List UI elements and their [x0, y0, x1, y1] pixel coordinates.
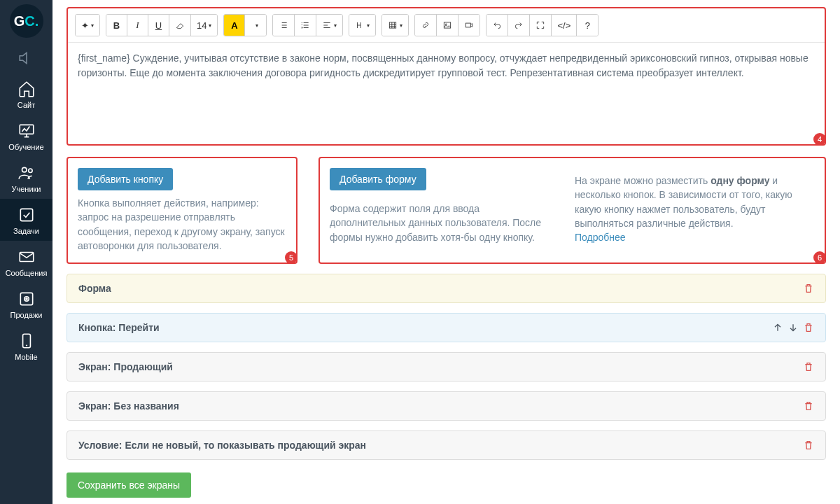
editor-textarea[interactable]: {first_name} Суждение, учитывая отсутств…	[68, 43, 825, 144]
tb-bold[interactable]: B	[106, 15, 127, 36]
svg-point-7	[25, 298, 27, 300]
button-bar[interactable]: Кнопка: Перейти	[66, 313, 826, 342]
svg-point-2	[28, 169, 31, 172]
svg-rect-0	[20, 125, 34, 134]
nav-label: Ученики	[11, 185, 41, 193]
nav-sales[interactable]: Продажи	[0, 283, 52, 325]
tb-align[interactable]: ▾	[316, 15, 342, 36]
tb-italic[interactable]: I	[127, 15, 148, 36]
tb-link[interactable]	[415, 15, 437, 36]
trash-icon[interactable]	[803, 400, 814, 412]
logo[interactable]: GC.	[0, 0, 52, 42]
add-button-panel: Добавить кнопку Кнопка выполняет действи…	[66, 157, 298, 264]
add-button-desc: Кнопка выполняет действия, например: зап…	[78, 196, 286, 253]
save-all-button[interactable]: Сохранить все экраны	[66, 472, 191, 498]
tb-redo[interactable]	[508, 15, 530, 36]
svg-point-6	[24, 297, 29, 302]
add-form-action[interactable]: Добавить форму	[330, 168, 426, 190]
tb-fontcolor[interactable]: A	[224, 15, 245, 36]
tb-magic[interactable]: ✦▾	[76, 15, 99, 36]
marker-6: 6	[813, 251, 826, 264]
svg-rect-10	[444, 22, 451, 28]
check-icon	[18, 206, 36, 224]
tb-underline[interactable]: U	[148, 15, 169, 36]
marker-4: 4	[813, 133, 826, 146]
editor-toolbar: ✦▾ B I U 14▾ A ▾ ▾ ▾ ▾	[68, 8, 825, 43]
svg-rect-4	[20, 253, 34, 262]
tb-video[interactable]	[458, 15, 479, 36]
screen-bar-label: Экран: Продающий	[78, 361, 173, 372]
trash-icon[interactable]	[803, 440, 814, 451]
nav-messages[interactable]: Сообщения	[0, 241, 52, 283]
screen-info: На экране можно разместить одну форму и …	[575, 174, 815, 244]
nav-site[interactable]: Сайт	[0, 73, 52, 115]
add-button-action[interactable]: Добавить кнопку	[78, 168, 173, 190]
tb-help[interactable]: ?	[577, 15, 598, 36]
nav-label: Mobile	[15, 353, 37, 361]
tb-eraser[interactable]	[169, 15, 191, 36]
tb-heading[interactable]: ▾	[349, 15, 375, 36]
home-icon	[18, 80, 36, 98]
chart-icon	[18, 122, 36, 140]
safe-icon	[18, 290, 36, 308]
svg-rect-9	[390, 22, 396, 28]
svg-rect-3	[20, 209, 32, 220]
volume-icon	[18, 49, 36, 67]
users-icon	[18, 164, 36, 182]
add-form-panel: Добавить форму Форма содержит поля для в…	[318, 157, 826, 264]
tb-image[interactable]	[437, 15, 458, 36]
tb-table[interactable]: ▾	[382, 15, 408, 36]
trash-icon[interactable]	[803, 361, 814, 372]
add-form-desc: Форма содержит поля для ввода дополнител…	[330, 202, 554, 244]
nav-label: Сайт	[18, 101, 35, 109]
condition-bar[interactable]: Условие: Если не новый, то показывать пр…	[66, 430, 826, 460]
nav-volume[interactable]	[0, 42, 52, 73]
tb-fontsize[interactable]: 14▾	[191, 15, 217, 36]
arrow-down-icon[interactable]	[788, 322, 799, 333]
screen-bar-2[interactable]: Экран: Без названия	[66, 391, 826, 421]
form-bar[interactable]: Форма	[66, 274, 826, 303]
editor-card: ✦▾ B I U 14▾ A ▾ ▾ ▾ ▾	[66, 7, 826, 146]
nav-label: Продажи	[10, 311, 43, 319]
svg-rect-12	[466, 23, 471, 27]
arrow-up-icon[interactable]	[772, 322, 783, 333]
nav-learning[interactable]: Обучение	[0, 115, 52, 157]
form-bar-label: Форма	[78, 283, 111, 294]
mobile-icon	[18, 332, 36, 350]
tb-ul[interactable]	[273, 15, 295, 36]
svg-point-1	[22, 167, 27, 172]
nav-label: Задачи	[13, 227, 39, 235]
tb-ol[interactable]	[295, 15, 316, 36]
tb-code[interactable]: </>	[552, 15, 577, 36]
button-bar-label: Кнопка: Перейти	[78, 322, 160, 333]
nav-tasks[interactable]: Задачи	[0, 199, 52, 241]
more-link[interactable]: Подробнее	[575, 232, 626, 243]
screen-bar-label: Экран: Без названия	[78, 400, 179, 412]
sidebar: GC. Сайт Обучение Ученики Задачи Сообщен…	[0, 0, 52, 504]
tb-fullscreen[interactable]	[530, 15, 552, 36]
screen-bar-1[interactable]: Экран: Продающий	[66, 352, 826, 382]
marker-5: 5	[285, 251, 298, 264]
mail-icon	[18, 248, 36, 266]
condition-bar-label: Условие: Если не новый, то показывать пр…	[78, 440, 366, 451]
nav-label: Сообщения	[6, 269, 48, 277]
nav-students[interactable]: Ученики	[0, 157, 52, 199]
tb-fontcolor-caret[interactable]: ▾	[245, 15, 266, 36]
nav-label: Обучение	[8, 143, 43, 151]
svg-rect-5	[20, 293, 32, 304]
trash-icon[interactable]	[803, 322, 814, 333]
tb-undo[interactable]	[486, 15, 508, 36]
nav-mobile[interactable]: Mobile	[0, 325, 52, 367]
trash-icon[interactable]	[803, 283, 814, 294]
main-content: ✦▾ B I U 14▾ A ▾ ▾ ▾ ▾	[52, 0, 840, 504]
